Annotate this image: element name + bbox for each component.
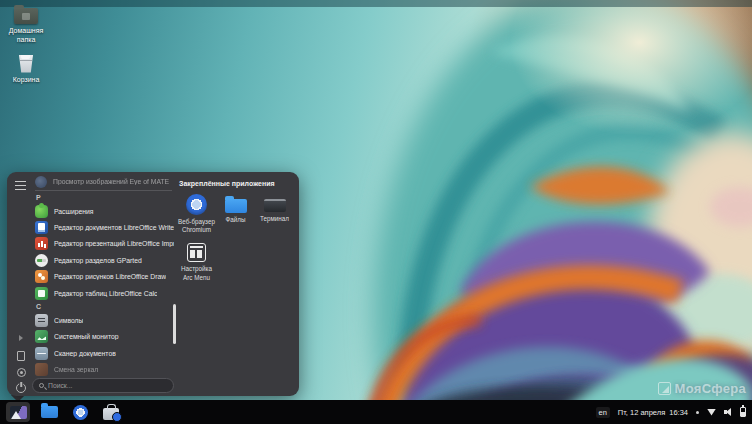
wifi-icon[interactable] <box>707 409 716 416</box>
app-list-item[interactable]: Редактор рисунков LibreOffice Draw <box>33 269 174 285</box>
power-icon[interactable] <box>16 383 26 393</box>
pinned-app-files[interactable]: Файлы <box>216 194 255 234</box>
libreoffice-draw-icon <box>35 270 48 283</box>
app-label: Просмотр изображений Eye of MATE <box>53 178 169 185</box>
chromium-icon <box>73 405 88 420</box>
app-label: Сканер документов <box>54 350 116 357</box>
search-input[interactable] <box>48 382 167 389</box>
pinned-app-label: Настройка Arc Menu <box>177 265 216 281</box>
arc-menu-settings-icon <box>187 243 206 262</box>
app-label: Смена зеркал <box>54 366 98 373</box>
software-store-icon <box>103 408 119 420</box>
hamburger-menu-icon[interactable] <box>15 181 26 190</box>
app-label: Расширения <box>54 208 94 215</box>
app-label: Системный монитор <box>54 333 119 340</box>
libreoffice-calc-icon <box>35 287 48 300</box>
tray-date: Пт, 12 апреля <box>618 408 665 417</box>
home-folder-icon <box>14 8 38 24</box>
watermark-logo-icon <box>658 382 671 395</box>
pinned-app-chromium[interactable]: Веб-браузер Chromium <box>177 194 216 234</box>
app-list-item[interactable]: Редактор разделов GParted <box>33 252 174 268</box>
section-letter: Р <box>33 192 174 203</box>
app-list-item[interactable]: Символы <box>33 312 174 328</box>
app-list-item[interactable]: Просмотр изображений Eye of MATE <box>33 175 174 188</box>
document-scanner-icon <box>35 347 48 360</box>
volume-icon[interactable] <box>724 408 732 417</box>
watermark: МояСфера <box>658 381 746 396</box>
trash-icon <box>18 54 34 73</box>
taskbar-files-button[interactable] <box>37 402 61 422</box>
taskbar-software-button[interactable] <box>99 402 123 422</box>
app-list-item[interactable]: Сканер документов <box>33 345 174 361</box>
battery-icon[interactable] <box>740 407 746 417</box>
app-list-item[interactable]: Системный монитор <box>33 329 174 345</box>
desktop-icon-area: Домашняя папка Корзина <box>2 8 50 84</box>
app-label: Редактор таблиц LibreOffice Calc <box>54 290 157 297</box>
app-list-item[interactable]: Редактор таблиц LibreOffice Calc <box>33 285 174 301</box>
menu-side-strip <box>7 172 33 396</box>
section-letter: С <box>33 301 174 312</box>
app-label: Редактор документов LibreOffice Writer <box>54 224 174 231</box>
tray-time: 16:34 <box>669 408 688 417</box>
taskbar-chromium-button[interactable] <box>68 402 92 422</box>
app-list-item[interactable]: Редактор презентаций LibreOffice Impress <box>33 236 174 252</box>
pinned-app-arcmenu-settings[interactable]: Настройка Arc Menu <box>177 243 216 281</box>
taskbar: en Пт, 12 апреля 16:34 <box>0 400 752 424</box>
menu-button[interactable] <box>6 402 30 422</box>
os-logo-icon <box>10 406 27 419</box>
pinned-apps-panel: Закреплённые приложения Веб-браузер Chro… <box>177 178 297 282</box>
eye-of-mate-icon <box>35 176 47 188</box>
divider <box>35 190 172 191</box>
desktop-icon-home[interactable]: Домашняя папка <box>2 8 50 45</box>
files-icon <box>41 406 58 418</box>
app-list-item[interactable]: Смена зеркал <box>33 362 174 378</box>
taskbar-launchers <box>6 402 123 422</box>
app-label: Редактор разделов GParted <box>54 257 142 264</box>
pinned-app-terminal[interactable]: Терминал <box>255 194 294 234</box>
watermark-text: МояСфера <box>675 381 746 396</box>
gparted-icon <box>35 254 48 267</box>
desktop: Домашняя папка Корзина МояСфера Просмотр… <box>0 0 752 424</box>
app-label: Редактор презентаций LibreOffice Impress <box>54 240 174 247</box>
pinned-app-label: Веб-браузер Chromium <box>177 218 216 234</box>
desktop-icon-trash[interactable]: Корзина <box>2 54 50 85</box>
pinned-header: Закреплённые приложения <box>179 180 297 187</box>
mirrors-icon <box>35 363 48 376</box>
pinned-app-label: Файлы <box>225 216 245 224</box>
documents-icon[interactable] <box>17 351 25 361</box>
settings-gear-icon[interactable] <box>17 368 26 377</box>
system-monitor-icon <box>35 330 48 343</box>
app-list-item[interactable]: Расширения <box>33 203 174 219</box>
wallpaper-swirl <box>340 0 752 424</box>
pinned-grid: Веб-браузер Chromium Файлы Терминал Наст… <box>177 194 297 282</box>
characters-icon <box>35 314 48 327</box>
search-box[interactable] <box>32 378 174 393</box>
notification-dot-icon <box>696 411 699 414</box>
desktop-icon-label: Корзина <box>2 76 50 85</box>
app-label: Символы <box>54 317 83 324</box>
app-menu: Просмотр изображений Eye of MATE Р Расши… <box>7 172 299 396</box>
search-icon <box>39 383 44 388</box>
system-tray: en Пт, 12 апреля 16:34 <box>596 407 746 418</box>
app-list: Просмотр изображений Eye of MATE Р Расши… <box>33 175 174 378</box>
collapse-arrow-icon[interactable] <box>19 335 23 341</box>
desktop-icon-label: Домашняя папка <box>2 27 50 45</box>
app-label: Редактор рисунков LibreOffice Draw <box>54 273 166 280</box>
clock[interactable]: Пт, 12 апреля 16:34 <box>618 408 688 417</box>
files-icon <box>225 199 247 213</box>
libreoffice-writer-icon <box>35 221 48 234</box>
keyboard-layout-indicator[interactable]: en <box>596 407 610 418</box>
terminal-icon <box>264 199 286 212</box>
pinned-app-label: Терминал <box>260 215 289 223</box>
extensions-icon <box>35 205 48 218</box>
app-list-item[interactable]: Редактор документов LibreOffice Writer <box>33 219 174 235</box>
chromium-icon <box>186 194 207 215</box>
wallpaper-top-band <box>0 0 752 7</box>
scrollbar[interactable] <box>173 304 176 344</box>
libreoffice-impress-icon <box>35 237 48 250</box>
